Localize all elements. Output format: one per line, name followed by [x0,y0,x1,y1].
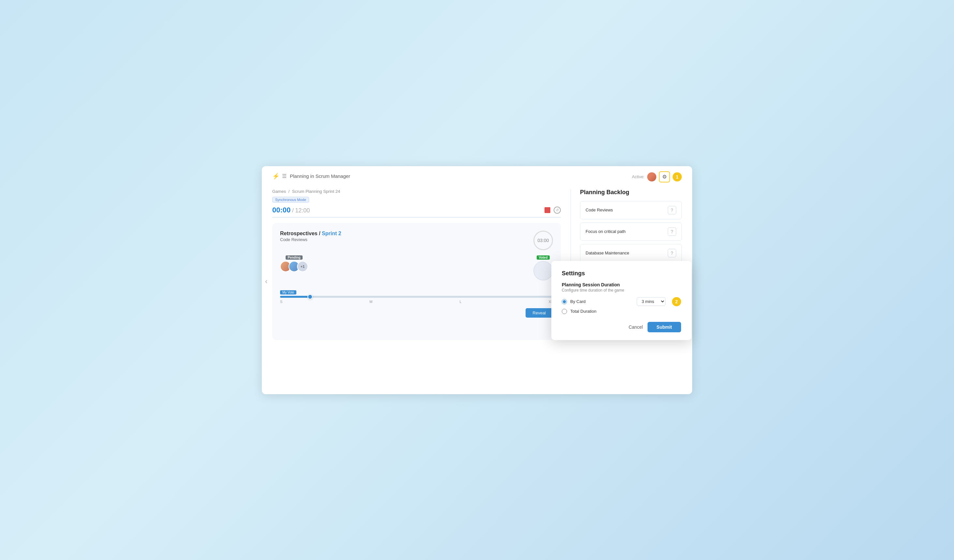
voter-avatars-pending: +1 [280,261,308,272]
reveal-btn-row: Reveal [280,308,553,317]
slider-label-m: M [369,300,373,303]
backlog-item-2-question[interactable]: ? [668,227,676,236]
timer-separator: / [292,207,294,214]
radio-total-label: Total Duration [570,309,596,314]
stop-button[interactable] [544,207,550,213]
backlog-item-1: Code Reviews ? [580,201,682,219]
duration-select[interactable]: 1 min 2 mins 3 mins 5 mins 10 mins [637,297,666,306]
voting-card: Retrospectives / Sprint 2 Code Reviews 0… [272,223,561,340]
active-label: Active: [632,174,645,179]
radio-by-card[interactable] [562,299,567,304]
backlog-item-2-text: Focus on critical path [586,229,626,234]
voted-circle [533,261,553,280]
right-panel: Planning Backlog Code Reviews ? Focus on… [571,189,682,340]
slider-track[interactable] [280,296,553,298]
my-vote-label: My Vote [280,290,296,294]
voted-group: Voted [533,255,553,280]
pending-group: Pending +1 [280,255,308,272]
timer-total: 12:00 [295,207,310,214]
breadcrumb-part1: Games [272,189,286,194]
size-slider-area: My Vote S M L XL [280,286,553,303]
breadcrumb-part2: Scrum Planning Sprint 24 [292,189,340,194]
backlog-item-2: Focus on critical path ? [580,222,682,241]
sync-mode-badge: Synchronous Mode [272,197,309,203]
step-badge-1: 1 [673,172,682,182]
card-nav-left[interactable]: ‹ [265,277,267,286]
avatar [647,172,656,182]
timer-display: 00:00 / 12:00 [272,206,310,215]
cancel-button[interactable]: Cancel [628,325,643,330]
gear-icon: ⚙ [662,174,667,180]
voted-badge: Voted [537,255,549,260]
card-header: Retrospectives / Sprint 2 Code Reviews 0… [280,231,553,250]
slider-label-s: S [280,300,282,303]
backlog-item-3: Database Maintenance ? [580,244,682,262]
radio-total-row: Total Duration [562,309,681,314]
settings-footer: Cancel Submit [562,322,681,332]
card-title-prefix: Retrospectives / [280,231,321,236]
gear-button[interactable]: ⚙ [659,171,670,182]
pending-badge: Pending [285,255,302,260]
card-subtitle: Code Reviews [280,237,341,242]
card-title: Retrospectives / Sprint 2 [280,231,341,236]
backlog-item-1-text: Code Reviews [586,207,613,212]
backlog-item-3-question[interactable]: ? [668,249,676,257]
settings-modal: Settings Planning Session Duration Confi… [551,261,692,340]
left-panel: Games / Scrum Planning Sprint 24 Synchro… [272,189,571,340]
card-timer: 03:00 [533,231,553,250]
backlog-item-1-question[interactable]: ? [668,206,676,215]
header: ⚡ ☰ Planning in Scrum Manager Active: ⚙ … [262,166,692,183]
timer-row: 00:00 / 12:00 ↺ [272,206,561,218]
settings-section-desc: Configure time duration of the game [562,288,681,292]
settings-title: Settings [562,270,681,277]
backlog-title: Planning Backlog [580,189,682,196]
slider-thumb[interactable] [307,294,313,299]
settings-section-title: Planning Session Duration [562,282,681,287]
card-sprint-link[interactable]: Sprint 2 [322,231,341,236]
content-area: Games / Scrum Planning Sprint 24 Synchro… [262,183,692,350]
voters-area: Pending +1 Voted [280,255,553,280]
step-badge-2: 2 [672,297,681,306]
card-wrapper: ‹ Retrospectives / Sprint 2 Code Reviews… [272,223,561,340]
logo-icon: ⚡ [272,173,279,180]
slider-labels: S M L XL [280,300,553,303]
breadcrumb-sep: / [288,189,290,194]
slider-label-l: L [459,300,461,303]
app-title: Planning in Scrum Manager [290,173,350,179]
avatar-more: +1 [297,261,308,272]
breadcrumb: Games / Scrum Planning Sprint 24 [272,189,561,194]
reset-button[interactable]: ↺ [553,207,561,214]
radio-total[interactable] [562,309,567,314]
radio-by-card-row: By Card 1 min 2 mins 3 mins 5 mins 10 mi… [562,297,681,306]
radio-by-card-label: By Card [570,299,586,304]
backlog-item-3-text: Database Maintenance [586,250,629,255]
menu-icon[interactable]: ☰ [282,173,287,179]
reveal-button[interactable]: Reveal [525,308,553,317]
submit-button[interactable]: Submit [647,322,681,332]
header-right: Active: ⚙ 1 [632,171,682,182]
timer-current: 00:00 [272,206,290,214]
timer-controls: ↺ [544,207,561,214]
